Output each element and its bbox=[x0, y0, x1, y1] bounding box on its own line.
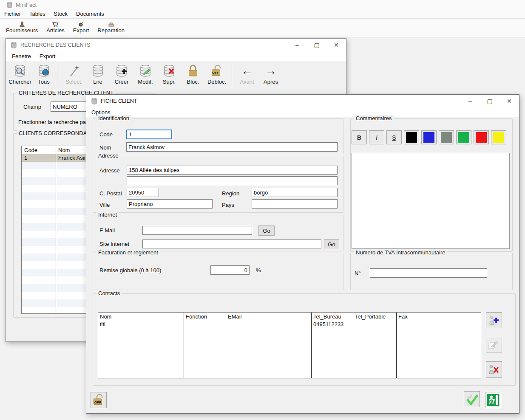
add-contact-button[interactable] bbox=[486, 312, 502, 328]
column-divider bbox=[353, 313, 353, 378]
adresse-line2-field[interactable] bbox=[127, 176, 338, 185]
col-code[interactable]: Code bbox=[24, 147, 37, 153]
col-email[interactable]: EMail bbox=[228, 313, 242, 320]
col-contact-nom[interactable]: Nom bbox=[100, 313, 111, 320]
ville-field[interactable] bbox=[127, 199, 213, 209]
lock-open-icon: OFF bbox=[210, 64, 224, 78]
identification-title: Identification bbox=[96, 115, 131, 121]
export-button[interactable]: Export bbox=[70, 20, 93, 34]
client-window-titlebar[interactable]: FICHE CLIENT bbox=[86, 95, 519, 107]
blue-swatch bbox=[423, 132, 434, 143]
articles-button[interactable]: Articles bbox=[43, 20, 68, 34]
delete-contact-button[interactable] bbox=[486, 361, 502, 378]
fournisseurs-button[interactable]: Fournisseurs bbox=[3, 20, 41, 34]
export-label: Export bbox=[73, 27, 89, 34]
export-icon bbox=[78, 20, 84, 27]
color-black-button[interactable] bbox=[404, 130, 419, 144]
reparation-label: Reparation bbox=[97, 27, 125, 34]
creer-button[interactable]: Créer bbox=[111, 64, 132, 85]
adresse-group: Adresse Adresse C. Postal Region Ville P… bbox=[93, 156, 343, 213]
cpostal-field[interactable] bbox=[127, 188, 159, 197]
bold-button[interactable]: B bbox=[352, 130, 367, 144]
app-icon bbox=[7, 2, 12, 8]
exit-button[interactable] bbox=[485, 392, 501, 408]
apres-button[interactable]: → Après bbox=[260, 64, 281, 85]
site-go-label: Go bbox=[328, 241, 335, 248]
menu-fichier[interactable]: Fichier bbox=[0, 10, 25, 18]
code-field[interactable] bbox=[126, 130, 172, 139]
color-green-button[interactable] bbox=[456, 130, 471, 144]
color-gray-button[interactable] bbox=[439, 130, 454, 144]
lire-label: Lire bbox=[93, 79, 102, 85]
col-tel-portable[interactable]: Tel_Portable bbox=[355, 313, 386, 320]
tva-num-field[interactable] bbox=[370, 268, 487, 278]
site-field[interactable] bbox=[142, 240, 321, 248]
db-search-icon bbox=[13, 64, 27, 78]
results-group-title: CLIENTS CORRESPONDANT bbox=[17, 130, 96, 136]
column-divider bbox=[311, 313, 312, 378]
search-window-menubar: Fenetre Export bbox=[6, 51, 346, 61]
supr-button[interactable]: Supr. bbox=[159, 64, 180, 85]
email-field[interactable] bbox=[142, 226, 252, 235]
commentaires-textarea[interactable] bbox=[352, 153, 510, 249]
remise-field[interactable] bbox=[210, 265, 250, 275]
close-icon[interactable]: ✕ bbox=[326, 39, 346, 51]
creer-label: Créer bbox=[115, 79, 129, 85]
col-tel-bureau[interactable]: Tel_Bureau bbox=[313, 313, 341, 320]
underline-button[interactable]: S bbox=[386, 130, 402, 144]
avant-label: Avant bbox=[240, 79, 254, 85]
yellow-swatch bbox=[493, 132, 504, 143]
articles-label: Articles bbox=[46, 27, 65, 34]
menu-documents[interactable]: Documents bbox=[72, 10, 108, 18]
color-yellow-button[interactable] bbox=[491, 130, 506, 144]
minimize-icon[interactable]: – bbox=[460, 95, 480, 107]
nom-field[interactable] bbox=[126, 142, 338, 152]
maximize-icon[interactable]: ▢ bbox=[480, 95, 499, 107]
select-button: Select. bbox=[63, 64, 85, 85]
minimize-icon[interactable]: – bbox=[287, 39, 307, 51]
close-icon[interactable]: ✕ bbox=[499, 95, 519, 107]
pays-label: Pays bbox=[222, 202, 234, 208]
col-nom[interactable]: Nom bbox=[58, 147, 70, 153]
pays-field[interactable] bbox=[252, 199, 338, 209]
repair-icon bbox=[108, 20, 114, 27]
tous-button[interactable]: Tous bbox=[33, 64, 54, 85]
menu-stock[interactable]: Stock bbox=[50, 10, 72, 18]
italic-button[interactable]: I bbox=[369, 130, 384, 144]
color-red-button[interactable] bbox=[474, 130, 489, 144]
commentaires-group: Commentaires B I S bbox=[350, 118, 513, 252]
menu-export[interactable]: Export bbox=[35, 52, 60, 60]
site-go-button[interactable]: Go bbox=[324, 239, 339, 249]
italic-label: I bbox=[376, 134, 377, 141]
contacts-table[interactable]: Nom Fonction EMail Tel_Bureau Tel_Portab… bbox=[98, 312, 481, 378]
region-field[interactable] bbox=[252, 188, 338, 197]
email-go-button[interactable]: Go bbox=[258, 226, 275, 236]
menu-fenetre[interactable]: Fenetre bbox=[8, 52, 35, 60]
chercher-button[interactable]: Chercher bbox=[9, 64, 31, 85]
site-label: Site Internet bbox=[99, 241, 129, 247]
toolbar-separator bbox=[59, 65, 59, 87]
ville-label: Ville bbox=[99, 202, 110, 208]
black-swatch bbox=[406, 132, 417, 143]
supplier-person-icon bbox=[19, 20, 25, 27]
red-swatch bbox=[476, 132, 487, 143]
reparation-button[interactable]: Reparation bbox=[94, 20, 128, 34]
debloc-button[interactable]: OFF Debloc. bbox=[206, 64, 227, 85]
facturation-title: Facturation et reglement bbox=[96, 249, 160, 256]
menu-tables[interactable]: Tables bbox=[25, 10, 50, 18]
validate-button[interactable] bbox=[464, 391, 480, 407]
lire-button[interactable]: Lire bbox=[87, 64, 108, 85]
lock-toggle-button[interactable]: OFF bbox=[91, 392, 107, 408]
nom-label: Nom bbox=[99, 144, 111, 151]
col-fax[interactable]: Fax bbox=[398, 313, 408, 320]
adresse-line1-field[interactable] bbox=[127, 166, 338, 175]
edit-contact-button bbox=[486, 337, 502, 353]
main-menubar: Fichier Tables Stock Documents bbox=[0, 9, 525, 19]
col-fonction[interactable]: Fonction bbox=[186, 313, 207, 320]
color-blue-button[interactable] bbox=[421, 130, 437, 144]
modif-button[interactable]: Modif. bbox=[135, 64, 156, 85]
bold-label: B bbox=[357, 134, 361, 141]
maximize-icon[interactable]: ▢ bbox=[307, 39, 326, 51]
bloc-button[interactable]: Bloc. bbox=[182, 64, 204, 85]
window-icon bbox=[11, 42, 17, 48]
